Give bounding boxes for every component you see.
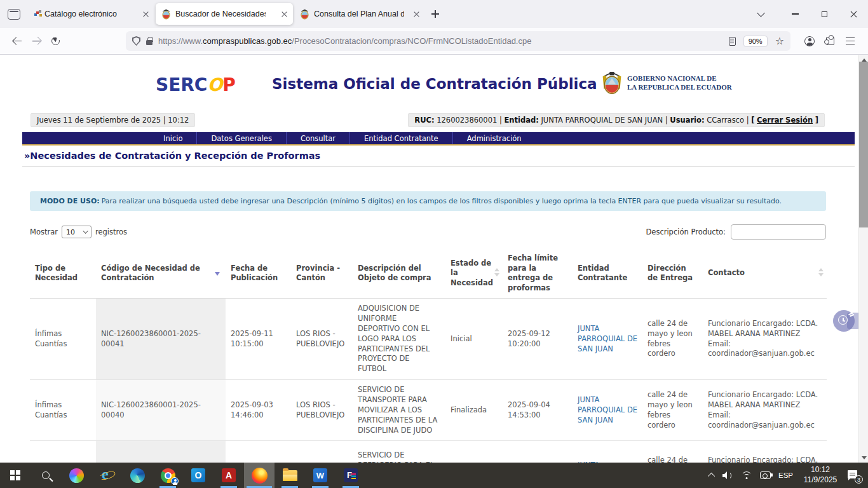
col-descripcion-objeto[interactable]: Descripción del Objeto de compra [353,248,445,299]
cell-fecha-publicacion: 2025-08-21 15:52:00 [226,441,291,463]
bookmark-star-icon[interactable]: ☆ [775,36,784,46]
col-provincia-canton[interactable]: Provincia - Cantón [291,248,353,299]
firefox-view-button[interactable] [8,9,20,20]
product-filter-label: Descripción Producto: [646,227,726,236]
window-restore-button[interactable] [810,0,839,28]
file-explorer-icon [283,470,297,481]
url-bar[interactable]: https://www.compraspublicas.gob.ec/Proce… [126,31,790,51]
back-button[interactable] [8,32,27,51]
url-domain: compraspublicas.gob.ec [203,36,292,46]
window-close-button[interactable] [839,0,868,28]
volume-icon[interactable] [722,471,733,480]
site-header: SERCOP Sistema Oficial de Contratación P… [0,55,858,114]
col-contacto[interactable]: Contacto [703,248,827,299]
forward-button[interactable] [27,32,46,51]
zoom-level-chip[interactable]: 90% [743,36,768,47]
page-viewport: SERCOP Sistema Oficial de Contratación P… [0,55,868,463]
page-scrollbar[interactable] [858,55,868,463]
meet-now-icon[interactable] [760,471,771,479]
reader-mode-icon[interactable] [729,37,736,46]
needs-table: Tipo de Necesidad Código de Necesidad de… [30,248,827,463]
col-fecha-publicacion[interactable]: Fecha de Publicación [226,248,291,299]
action-center-button[interactable]: 3 [848,469,862,482]
cell-tipo: Ínfimas Cuantías [30,441,96,463]
extensions-button[interactable] [820,32,840,51]
menu-button[interactable] [840,32,860,51]
nav-item-inicio[interactable]: Inicio [149,132,196,144]
session-timer-widget[interactable] [833,310,855,332]
tab-close-icon[interactable] [414,11,419,17]
tray-clock[interactable]: 10:12 11/9/2025 [801,465,840,485]
col-tipo-necesidad[interactable]: Tipo de Necesidad [30,248,96,299]
cell-contacto: Funcionario Encargado: LCDA. MABEL ARANA… [703,380,827,441]
page-size-value: 10 [66,228,75,236]
tab-catalogo-electronico[interactable]: Catálogo electrónico [29,3,154,25]
entidad-link[interactable]: JUNTA PARROQUIAL DE SAN JUAN [578,395,637,424]
wifi-icon[interactable] [741,471,752,480]
scrollbar-thumb[interactable] [859,62,868,227]
new-tab-button[interactable] [431,10,439,18]
sercop-logo-serc: SERC [156,74,207,95]
taskbar-search-button[interactable] [31,463,61,488]
outlook-icon [191,468,205,482]
taskbar-copilot-button[interactable] [61,463,92,488]
government-logo: GOBIERNO NACIONAL DE LA REPUBLICA DEL EC… [600,71,732,96]
nav-item-consultar[interactable]: Consultar [286,132,349,144]
system-tray: ESP 10:12 11/9/2025 3 [703,463,868,488]
taskbar-explorer-button[interactable] [275,463,305,488]
taskbar-firefox-button[interactable] [244,463,275,488]
lock-icon[interactable] [146,40,153,45]
triangle-down-icon [862,456,867,459]
government-logo-text: GOBIERNO NACIONAL DE LA REPUBLICA DEL EC… [627,74,732,92]
col-estado-necesidad[interactable]: Estado de la Necesidad [445,248,503,299]
taskbar-edge-button[interactable] [122,463,153,488]
internet-explorer-icon [99,468,114,483]
scroll-down-button[interactable] [859,453,868,463]
back-arrow-icon [13,41,22,42]
fes-app-icon [344,468,358,482]
taskbar-acrobat-button[interactable] [214,463,244,488]
col-fecha-limite[interactable]: Fecha límite para la entrega de proforma… [503,248,573,299]
taskbar-chrome-button[interactable] [153,463,183,488]
tab-buscador-necesidades[interactable]: Buscador de Necesidades de Co [156,3,293,25]
taskbar-word-button[interactable] [305,463,336,488]
tray-date: 11/9/2025 [801,475,840,485]
logout-link[interactable]: Cerrar Sesión [757,116,813,125]
tab-close-icon[interactable] [281,11,287,17]
acrobat-icon [222,468,236,482]
list-all-tabs-icon[interactable] [757,9,765,17]
col-entidad-contratante[interactable]: Entidad Contratante [573,248,642,299]
firefox-icon [252,468,268,484]
entidad-link[interactable]: JUNTA PARROQUIAL DE SAN JUAN [578,324,637,353]
tray-expand-chevron-icon[interactable] [708,473,715,480]
nav-item-administracion[interactable]: Administración [452,132,536,144]
col-codigo-necesidad[interactable]: Código de Necesidad de Contratación [96,248,226,299]
tab-close-icon[interactable] [143,11,149,17]
start-button[interactable] [0,463,31,488]
main-nav: Inicio Datos Generales Consultar Entidad… [22,132,855,146]
tracking-shield-icon[interactable] [132,36,140,46]
reload-button[interactable] [46,32,65,51]
cell-direccion: calle 24 de mayo y leon febres cordero [642,299,703,380]
col-direccion-entrega[interactable]: Dirección de Entrega [642,248,703,299]
ruc-label: RUC: [414,116,434,125]
cell-provincia: LOS RIOS - PUEBLOVIEJO [291,380,353,441]
nav-item-entidad-contratante[interactable]: Entidad Contratante [349,132,452,144]
forward-arrow-icon [32,41,41,42]
account-button[interactable] [799,32,820,51]
tab-consulta-plan-anual[interactable]: Consulta del Plan Anual de Con [294,3,425,25]
tab-title: Consulta del Plan Anual de Con [314,10,404,18]
taskbar-ie-button[interactable] [92,463,122,488]
language-indicator[interactable]: ESP [778,471,793,479]
taskbar-outlook-button[interactable] [183,463,214,488]
window-minimize-button[interactable] [780,0,810,28]
page-size-select[interactable]: 10 [62,226,92,238]
taskbar-fes-button[interactable] [336,463,366,488]
account-icon [804,36,815,46]
cell-descripcion: SERVICIO DE TRANSPORTE PARA MOVILIZAR A … [353,380,445,441]
windows-logo-icon [10,470,20,480]
product-description-input[interactable] [731,224,826,240]
col-contacto-label: Contacto [708,268,745,277]
nav-item-datos-generales[interactable]: Datos Generales [196,132,285,144]
sort-desc-icon [215,272,220,276]
